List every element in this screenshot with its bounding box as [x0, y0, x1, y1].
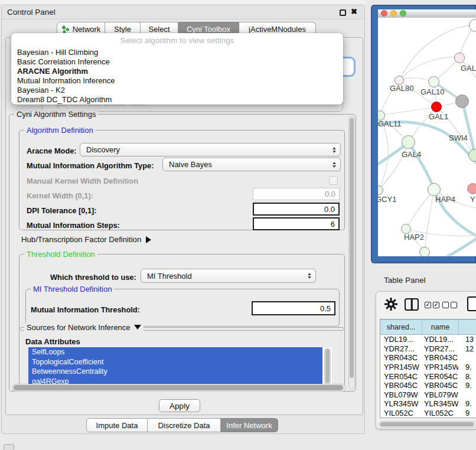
close-panel-icon[interactable]: ✖ [351, 7, 357, 16]
combo-spinner-icon [332, 162, 336, 168]
tab-discretize-data[interactable]: Discretize Data [148, 418, 221, 432]
manual-kernel-width-checkbox[interactable] [329, 176, 338, 185]
dpi-tolerance-field[interactable]: 0.0 [253, 203, 340, 216]
algorithm-dropdown-popup: Select algorithm to view settings Bayesi… [11, 33, 343, 105]
list-item[interactable]: BetweennessCentrality [28, 367, 322, 377]
dropdown-item-bayesian-k2[interactable]: Bayesian - K2 [11, 86, 343, 95]
settings-vscrollbar-track[interactable] [348, 116, 355, 389]
node-gal4[interactable] [402, 135, 415, 149]
table-row[interactable]: YPR145W YPR145W 9. [380, 363, 476, 372]
dpi-tolerance-label: DPI Tolerance [0,1]: [27, 206, 97, 215]
table-row[interactable]: YBR045C YBR045C 9. [380, 381, 476, 390]
mi-steps-field[interactable]: 6 [253, 217, 340, 230]
dropdown-item-aracne[interactable]: ARACNE Algorithm [11, 67, 343, 76]
mi-threshold-definition-group: MI Threshold Definition Mutual Informati… [25, 289, 340, 327]
dropdown-item-bayesian-hill-climbing[interactable]: Bayesian - Hill Climbing [11, 48, 343, 57]
tab-infer-network[interactable]: Infer Network [221, 418, 278, 432]
show-selected-columns-icon[interactable]: ✓✓ [425, 302, 439, 308]
tab-infer-network-label: Infer Network [226, 421, 272, 430]
dropdown-item-mutual-information[interactable]: Mutual Information Inference [11, 76, 343, 86]
tab-cyni-toolbox-label: Cyni Toolbox [187, 25, 230, 34]
network-canvas[interactable]: GAL GAL80 GAL10 GAL1 GAL11 GAL4 SWI4 GCY… [378, 18, 476, 256]
network-view-window: GAL GAL80 GAL10 GAL1 GAL11 GAL4 SWI4 GCY… [371, 5, 476, 263]
mi-steps-label: Mutual Information Steps: [27, 221, 120, 230]
list-vscrollbar-track[interactable] [324, 348, 331, 385]
node-label: SWI4 [449, 133, 468, 142]
list-item[interactable]: TopologicalCoefficient [28, 357, 322, 367]
settings-hscrollbar-track[interactable] [12, 384, 346, 392]
collapse-down-icon [134, 325, 141, 330]
float-panel-icon[interactable] [340, 9, 346, 16]
mi-algorithm-type-combo[interactable]: Naive Bayes [162, 158, 341, 171]
control-panel: Control Panel ✖ Network Style Select Cyn… [1, 5, 365, 434]
checked-box-icon: ✓ [425, 302, 431, 308]
dropdown-item-basic-correlation[interactable]: Basic Correlation Inference [11, 57, 343, 67]
mac-minimize-icon[interactable] [390, 10, 397, 17]
table-row[interactable]: YBL079W YBL079W [380, 390, 476, 400]
apply-button[interactable]: Apply [159, 399, 200, 412]
node-hap4[interactable] [428, 183, 441, 196]
list-item[interactable]: SelfLoops [28, 347, 322, 357]
threshold-definition-title: Threshold Definition [24, 250, 97, 259]
table-row[interactable]: YDL19... YDL19... 13 [380, 335, 476, 344]
node-gray[interactable] [455, 94, 469, 108]
tab-impute-data[interactable]: Impute Data [86, 418, 148, 432]
table-row[interactable]: YIL052C YIL052C 9 [380, 409, 476, 418]
table-hscrollbar-thumb[interactable] [380, 422, 474, 426]
node-bottom-partial[interactable] [419, 247, 430, 256]
new-table-icon[interactable] [467, 296, 476, 311]
node-gal1-selected[interactable] [431, 102, 442, 112]
unchecked-box-icon [451, 302, 457, 308]
table-panel: Table Panel ✓✓ [371, 269, 476, 446]
algorithm-definition-title: Algorithm Definition [24, 126, 96, 135]
column-header-partial[interactable] [459, 319, 476, 335]
manual-kernel-width-label: Manual Kernel Width Definition [27, 177, 138, 185]
mi-algorithm-type-label: Mutual Information Algorithm Type: [27, 161, 154, 170]
table-row[interactable]: YDR27... YDR27... 12 [380, 344, 476, 354]
data-attributes-list: SelfLoops TopologicalCoefficient Between… [28, 347, 332, 386]
kernel-width-field[interactable]: 0.0 [253, 188, 340, 200]
gear-icon[interactable] [384, 298, 397, 311]
tab-select-label: Select [148, 25, 169, 34]
settings-hscrollbar-thumb[interactable] [14, 385, 343, 390]
hub-definition-expander[interactable]: Hub/Transcription Factor Definition [21, 235, 151, 244]
node-salmon[interactable] [467, 183, 476, 194]
dropdown-item-dream8[interactable]: Dream8 DC_TDC Algorithm [11, 95, 343, 105]
mac-zoom-icon[interactable] [400, 10, 406, 17]
table-row[interactable]: YLR345W YLR345W 9. [380, 399, 476, 409]
kernel-width-label: Kernel Width (0,1): [27, 191, 93, 200]
mi-threshold-definition-title: MI Threshold Definition [31, 285, 114, 294]
table-panel-card: ✓✓ shared... name YDL19... YDL19... 13 Y… [376, 291, 476, 429]
table-row[interactable]: YER054C YER054C 8. [380, 371, 476, 381]
sources-title[interactable]: Sources for Network Inference [24, 323, 144, 332]
table-panel-title: Table Panel [384, 276, 426, 285]
hide-columns-icon[interactable] [442, 302, 457, 308]
control-panel-title: Control Panel [7, 8, 56, 17]
aracne-mode-value: Discovery [86, 145, 120, 154]
checked-box-icon: ✓ [433, 302, 439, 308]
tab-impute-data-label: Impute Data [96, 421, 138, 430]
mac-close-icon[interactable] [381, 10, 387, 17]
screenshot-root: Control Panel ✖ Network Style Select Cyn… [0, 0, 476, 450]
table-row[interactable]: YBR043C YBR043C [380, 353, 476, 363]
table-hscrollbar-track[interactable] [379, 421, 476, 428]
column-header-shared-name[interactable]: shared... [380, 319, 422, 335]
column-layout-icon[interactable] [405, 298, 419, 311]
partial-button[interactable] [4, 444, 14, 450]
hub-definition-label: Hub/Transcription Factor Definition [21, 235, 141, 244]
node-label: GAL10 [420, 87, 444, 96]
node-gal-partial[interactable] [454, 53, 465, 63]
cyni-algorithm-settings-title: Cyni Algorithm Settings [14, 110, 98, 119]
which-threshold-combo[interactable]: MI Threshold [141, 269, 316, 283]
column-header-name[interactable]: name [422, 319, 459, 335]
threshold-definition-group: Threshold Definition Which threshold to … [19, 254, 345, 331]
mi-threshold-field[interactable]: 0.5 [252, 301, 335, 315]
aracne-mode-combo[interactable]: Discovery [80, 143, 341, 156]
tab-style-label: Style [114, 25, 131, 34]
list-vscrollbar-thumb[interactable] [325, 349, 330, 383]
data-attributes-label: Data Attributes [25, 337, 80, 346]
mi-algorithm-type-value: Naive Bayes [169, 160, 212, 169]
settings-vscrollbar-thumb[interactable] [350, 118, 354, 378]
node-label: HAP4 [435, 195, 455, 204]
node-gal10[interactable] [428, 76, 439, 87]
